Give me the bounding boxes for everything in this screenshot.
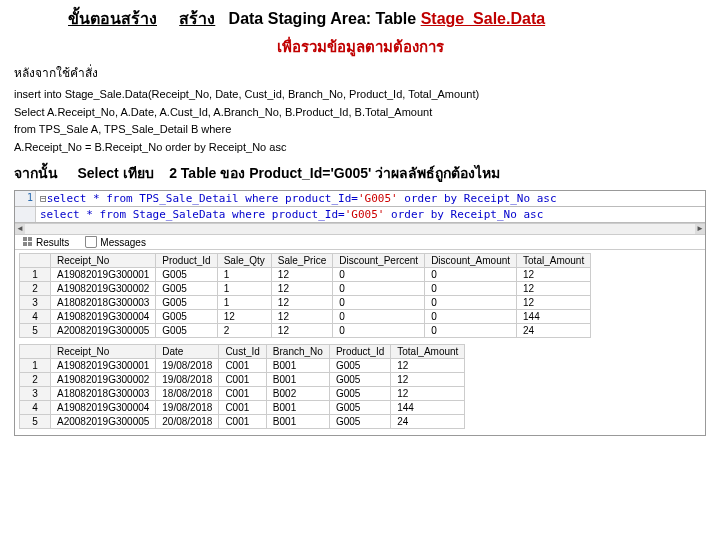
cell: C001: [219, 359, 266, 373]
cell: 19/08/2018: [156, 359, 219, 373]
cell: A18082018G300003: [51, 296, 156, 310]
cell: B001: [266, 373, 329, 387]
cell: G005: [329, 401, 390, 415]
cell: G005: [156, 310, 217, 324]
sql-line: Select A.Receipt_No, A.Date, A.Cust_Id, …: [14, 104, 706, 122]
cell: 1: [217, 268, 271, 282]
cell: 12: [217, 310, 271, 324]
cell: 12: [391, 373, 465, 387]
cell: 0: [333, 310, 425, 324]
line-gutter: 1: [15, 191, 36, 206]
cell: 24: [517, 324, 591, 338]
table-row[interactable]: 2A19082019G30000219/08/2018C001B001G0051…: [20, 373, 465, 387]
cell: 12: [391, 359, 465, 373]
cell: G005: [156, 268, 217, 282]
col-header: Branch_No: [266, 345, 329, 359]
tab-results[interactable]: Results: [15, 235, 77, 249]
cell: A19082019G300004: [51, 401, 156, 415]
page-subtitle: เพื่อรวมข้อมูลตามต้องการ: [8, 33, 712, 61]
cell: A19082019G300004: [51, 310, 156, 324]
cell: 0: [425, 268, 517, 282]
sql-query-row: select * from Stage_SaleData where produ…: [15, 207, 705, 223]
cell: 0: [333, 282, 425, 296]
table-row[interactable]: 1A19082019G300001G0051120012: [20, 268, 591, 282]
sql-query-1[interactable]: ⊟select * from TPS_Sale_Detail where pro…: [36, 191, 705, 206]
row-number: 2: [20, 373, 51, 387]
cell: A19082019G300001: [51, 359, 156, 373]
sql-query-2[interactable]: select * from Stage_SaleData where produ…: [36, 207, 705, 222]
title-part-d: Stage_Sale.Data: [421, 10, 546, 27]
cell: C001: [219, 415, 266, 429]
cell: 144: [391, 401, 465, 415]
table-row[interactable]: 4A19082019G300004G005121200144: [20, 310, 591, 324]
tab-messages[interactable]: Messages: [77, 235, 154, 249]
cell: G005: [329, 359, 390, 373]
cell: 12: [271, 310, 332, 324]
cell: B001: [266, 359, 329, 373]
col-header: Date: [156, 345, 219, 359]
cell: 0: [425, 282, 517, 296]
cell: A20082019G300005: [51, 324, 156, 338]
table-row[interactable]: 5A20082019G30000520/08/2018C001B001G0052…: [20, 415, 465, 429]
cell: 0: [425, 296, 517, 310]
cell: 19/08/2018: [156, 373, 219, 387]
title-part-a: ขั้นตอนสร้าง: [68, 10, 157, 27]
scroll-right-icon[interactable]: ►: [695, 224, 705, 234]
cell: 18/08/2018: [156, 387, 219, 401]
sql-query-row: 1 ⊟select * from TPS_Sale_Detail where p…: [15, 191, 705, 207]
cell: 12: [271, 282, 332, 296]
row-number: 4: [20, 310, 51, 324]
scroll-left-icon[interactable]: ◄: [15, 224, 25, 234]
cell: C001: [219, 387, 266, 401]
cell: 144: [517, 310, 591, 324]
row-number: 1: [20, 359, 51, 373]
after-sql-label: หลังจากใช้คำสั่ง: [8, 63, 712, 82]
cell: 1: [217, 282, 271, 296]
cell: 20/08/2018: [156, 415, 219, 429]
cell: G005: [329, 387, 390, 401]
table-row[interactable]: 1A19082019G30000119/08/2018C001B001G0051…: [20, 359, 465, 373]
col-header: Cust_Id: [219, 345, 266, 359]
table-row[interactable]: 4A19082019G30000419/08/2018C001B001G0051…: [20, 401, 465, 415]
sql-line: insert into Stage_Sale.Data(Receipt_No, …: [14, 86, 706, 104]
cell: 19/08/2018: [156, 401, 219, 415]
col-header: Total_Amount: [517, 254, 591, 268]
table-row[interactable]: 2A19082019G300002G0051120012: [20, 282, 591, 296]
insert-sql-block: insert into Stage_Sale.Data(Receipt_No, …: [14, 86, 706, 156]
col-header: Discount_Amount: [425, 254, 517, 268]
cell: 12: [271, 268, 332, 282]
col-header: [20, 254, 51, 268]
col-header: Receipt_No: [51, 254, 156, 268]
cell: 0: [333, 324, 425, 338]
table-row[interactable]: 3A18082018G300003G0051120012: [20, 296, 591, 310]
tab-label: Messages: [100, 237, 146, 248]
line-gutter: [15, 207, 36, 222]
table-row[interactable]: 3A18082018G30000318/08/2018C001B002G0051…: [20, 387, 465, 401]
cell: 0: [333, 296, 425, 310]
cell: G005: [329, 415, 390, 429]
instr-a: จากนั้น: [14, 165, 58, 181]
cell: B001: [266, 401, 329, 415]
horizontal-scrollbar[interactable]: ◄ ►: [15, 223, 705, 235]
result-tabs: Results Messages: [15, 235, 705, 250]
col-header: Discount_Percent: [333, 254, 425, 268]
cell: 0: [425, 310, 517, 324]
row-number: 5: [20, 415, 51, 429]
cell: 12: [517, 296, 591, 310]
results-table-1: Receipt_NoProduct_IdSale_QtySale_PriceDi…: [19, 253, 591, 338]
col-header: Sale_Qty: [217, 254, 271, 268]
cell: A19082019G300001: [51, 268, 156, 282]
cell: 0: [333, 268, 425, 282]
cell: G005: [156, 296, 217, 310]
row-number: 2: [20, 282, 51, 296]
cell: G005: [156, 282, 217, 296]
col-header: Product_Id: [156, 254, 217, 268]
cell: B001: [266, 415, 329, 429]
col-header: [20, 345, 51, 359]
col-header: Total_Amount: [391, 345, 465, 359]
cell: A19082019G300002: [51, 282, 156, 296]
title-part-c: Data Staging Area: Table: [229, 10, 417, 27]
table-row[interactable]: 5A20082019G300005G0052120024: [20, 324, 591, 338]
row-number: 3: [20, 296, 51, 310]
grid-icon: [23, 237, 33, 247]
